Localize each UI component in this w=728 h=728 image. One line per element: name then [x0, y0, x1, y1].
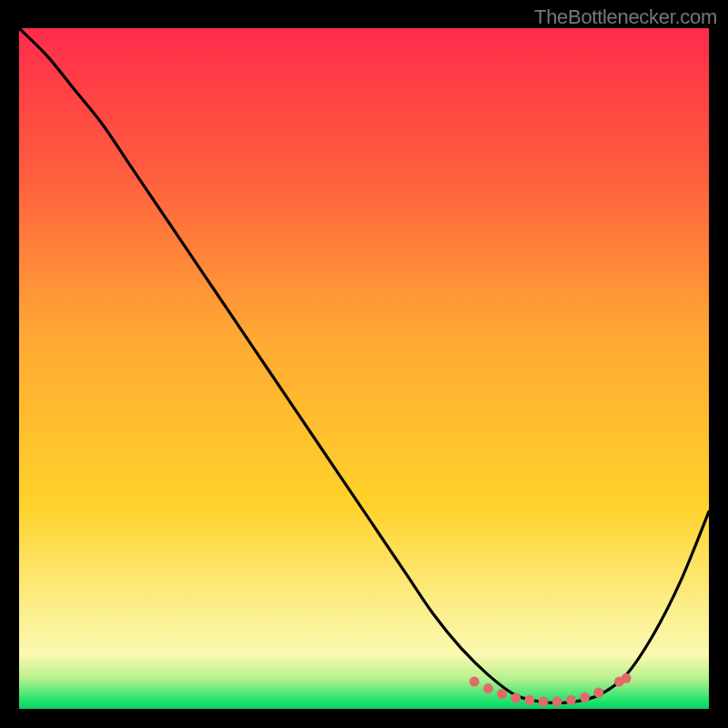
sweet-spot-dot: [593, 688, 603, 698]
sweet-spot-dot: [539, 696, 549, 706]
sweet-spot-dot: [552, 696, 562, 706]
watermark-text: TheBottlenecker.com: [534, 5, 717, 29]
plot-area: [19, 28, 709, 709]
sweet-spot-dot: [622, 673, 632, 683]
sweet-spot-dot: [511, 693, 521, 703]
chart-container: TheBottlenecker.com: [0, 0, 728, 728]
sweet-spot-dot: [524, 695, 534, 705]
sweet-spot-dot: [497, 689, 507, 699]
sweet-spot-dot: [580, 693, 590, 703]
svg-rect-0: [19, 28, 709, 709]
chart-svg: [19, 28, 709, 709]
sweet-spot-dot: [483, 683, 493, 693]
sweet-spot-dot: [470, 677, 480, 687]
sweet-spot-dot: [566, 695, 576, 705]
